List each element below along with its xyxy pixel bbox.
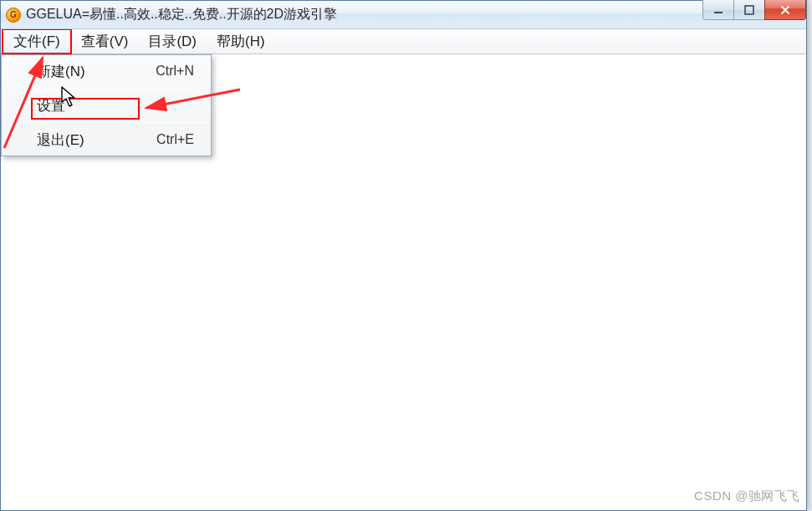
- menu-view[interactable]: 查看(V): [71, 29, 139, 54]
- dropdown-item-exit[interactable]: 退出(E) Ctrl+E: [3, 126, 209, 153]
- close-button[interactable]: [764, 0, 806, 20]
- dropdown-exit-label: 退出(E): [37, 130, 156, 150]
- menu-file-label: 文件(F): [13, 32, 60, 51]
- minimize-button[interactable]: [702, 0, 734, 20]
- dropdown-item-new[interactable]: 新建(N) Ctrl+N: [3, 58, 209, 84]
- dropdown-separator-2: [32, 122, 207, 123]
- dropdown-item-settings[interactable]: 设置: [3, 92, 209, 119]
- app-window: G GGELUA=易懂..高效..稳定..免费..开源的2D游戏引擎 文件(F)…: [0, 0, 807, 511]
- menu-file[interactable]: 文件(F): [3, 29, 71, 54]
- file-dropdown: 新建(N) Ctrl+N 设置 退出(E) Ctrl+E: [1, 54, 212, 156]
- titlebar[interactable]: G GGELUA=易懂..高效..稳定..免费..开源的2D游戏引擎: [1, 1, 806, 29]
- window-controls: [703, 0, 806, 20]
- window-title: GGELUA=易懂..高效..稳定..免费..开源的2D游戏引擎: [26, 6, 801, 23]
- dropdown-settings-label: 设置: [37, 96, 194, 115]
- app-icon: G: [6, 8, 21, 23]
- maximize-button[interactable]: [733, 0, 765, 20]
- dropdown-separator-1: [32, 88, 207, 89]
- menu-help[interactable]: 帮助(H): [207, 29, 275, 54]
- dropdown-new-label: 新建(N): [37, 62, 156, 81]
- menu-directory-label: 目录(D): [148, 32, 197, 51]
- menubar: 文件(F) 查看(V) 目录(D) 帮助(H): [1, 29, 806, 54]
- svg-rect-0: [714, 12, 723, 13]
- menu-directory[interactable]: 目录(D): [138, 29, 207, 54]
- dropdown-new-shortcut: Ctrl+N: [156, 64, 202, 79]
- dropdown-exit-shortcut: Ctrl+E: [156, 132, 202, 147]
- menu-help-label: 帮助(H): [217, 32, 265, 51]
- watermark: CSDN @驰网飞飞: [694, 488, 800, 504]
- menu-view-label: 查看(V): [81, 32, 129, 51]
- svg-rect-1: [745, 6, 753, 14]
